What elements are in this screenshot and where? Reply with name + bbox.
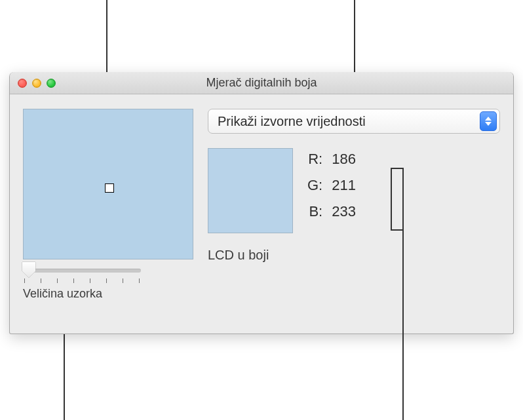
chevron-down-icon [485,122,492,126]
aperture-size-label: Veličina uzorka [23,287,141,301]
display-profile-label: LCD u boji [208,248,500,263]
window-title: Mjerač digitalnih boja [10,76,513,90]
g-value: 211 [332,177,362,194]
zoom-button[interactable] [47,79,56,88]
window-content: Veličina uzorka Prikaži izvorne vrijedno… [10,94,513,334]
close-button[interactable] [18,79,27,88]
popup-stepper-icon[interactable] [480,111,497,131]
slider-knob-icon[interactable] [22,261,36,278]
aperture-preview [23,109,193,259]
b-value: 233 [332,203,362,220]
minimize-button[interactable] [32,79,41,88]
aperture-size-slider[interactable]: Veličina uzorka [23,269,141,301]
r-value: 186 [332,151,362,168]
b-label: B: [307,203,322,220]
chevron-up-icon [485,117,492,121]
left-column: Veličina uzorka [23,109,193,323]
app-window: Mjerač digitalnih boja [9,72,514,334]
r-label: R: [307,151,322,168]
titlebar: Mjerač digitalnih boja [10,72,513,94]
slider-ticks [23,278,141,283]
g-label: G: [307,177,322,194]
callout-line-rgb-bot [391,229,404,231]
right-column: Prikaži izvorne vrijednosti R: 186 G: 21… [208,109,500,323]
rgb-values: R: 186 G: 211 B: 233 [307,151,362,220]
callout-line-rgb-vert [391,168,392,231]
callout-line-rgb-top [391,168,404,169]
slider-track[interactable] [23,269,141,273]
aperture-cursor-icon [105,183,114,193]
color-swatch [208,148,293,233]
callout-line-rgb [402,168,404,420]
display-mode-select[interactable]: Prikaži izvorne vrijednosti [208,109,500,134]
traffic-lights [10,79,56,88]
color-readout-row: R: 186 G: 211 B: 233 [208,148,500,233]
display-mode-value: Prikaži izvorne vrijednosti [218,114,366,129]
